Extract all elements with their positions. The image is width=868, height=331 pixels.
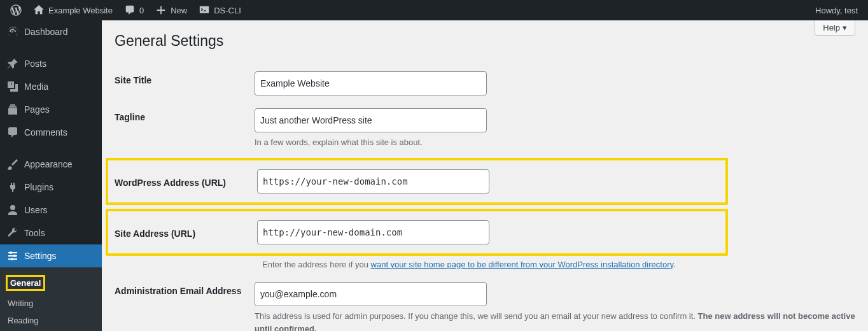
- posts-label: Posts: [24, 59, 46, 69]
- page-title: General Settings: [115, 27, 855, 62]
- sidebar-item-tools[interactable]: Tools: [0, 222, 102, 244]
- terminal-icon: [199, 4, 210, 16]
- media-label: Media: [24, 81, 48, 92]
- user-icon: [6, 204, 19, 216]
- dashboard-label: Dashboard: [24, 27, 68, 37]
- wp-logo-menu[interactable]: [5, 0, 27, 20]
- sliders-icon: [6, 250, 19, 262]
- new-label: New: [171, 6, 187, 15]
- dscli-label: DS-CLI: [214, 6, 241, 15]
- submenu-item-reading[interactable]: Reading: [0, 312, 102, 329]
- wordpress-logo-icon: [10, 4, 22, 16]
- brush-icon: [6, 158, 19, 171]
- reading-label: Reading: [8, 316, 38, 325]
- site-url-label: Site Address (URL): [115, 226, 257, 239]
- settings-submenu: General Writing Reading: [0, 267, 102, 331]
- pages-icon: [6, 103, 19, 116]
- sidebar-item-dashboard[interactable]: Dashboard: [0, 20, 102, 43]
- plug-icon: [6, 181, 19, 194]
- dropdown-arrow-icon: ▾: [843, 23, 847, 32]
- submenu-item-writing[interactable]: Writing: [0, 295, 102, 312]
- row-admin-email: Administration Email Address This addres…: [115, 271, 855, 331]
- site-url-help-link[interactable]: want your site home page to be different…: [371, 260, 673, 269]
- tagline-input[interactable]: [255, 108, 487, 132]
- sidebar-item-posts[interactable]: Posts: [0, 52, 102, 75]
- appearance-label: Appearance: [24, 159, 73, 169]
- sidebar-item-users[interactable]: Users: [0, 199, 102, 222]
- tagline-label: Tagline: [115, 108, 255, 122]
- home-icon: [33, 4, 45, 16]
- highlight-site-url: Site Address (URL): [106, 209, 728, 256]
- general-label: General: [6, 275, 45, 291]
- help-label: Help: [823, 23, 840, 32]
- site-title-label: Site Title: [115, 71, 255, 85]
- dscli-menu[interactable]: DS-CLI: [193, 0, 246, 20]
- sidebar-item-comments[interactable]: Comments: [0, 121, 102, 144]
- highlight-wp-url: WordPress Address (URL): [106, 158, 728, 205]
- svg-point-3: [11, 258, 13, 260]
- wp-url-input[interactable]: [257, 169, 489, 194]
- svg-rect-0: [200, 6, 209, 13]
- plus-icon: [155, 4, 167, 16]
- comment-icon: [124, 4, 136, 16]
- site-url-input[interactable]: [257, 220, 489, 244]
- pushpin-icon: [6, 57, 19, 70]
- site-name-menu[interactable]: Example Website: [28, 0, 118, 20]
- tagline-description: In a few words, explain what this site i…: [255, 136, 855, 149]
- submenu-item-general[interactable]: General: [0, 271, 102, 295]
- svg-point-1: [10, 251, 12, 254]
- comments-menu[interactable]: 0: [119, 0, 149, 20]
- admin-email-input[interactable]: [255, 282, 487, 306]
- users-label: Users: [24, 205, 48, 215]
- help-tab[interactable]: Help ▾: [815, 20, 855, 36]
- main-content: Help ▾ General Settings Site Title Tagli…: [102, 20, 868, 331]
- wp-url-label: WordPress Address (URL): [115, 175, 257, 188]
- site-title-input[interactable]: [255, 71, 487, 95]
- comments-count: 0: [139, 6, 144, 15]
- tools-label: Tools: [24, 228, 45, 238]
- site-url-description: Enter the address here if you want your …: [262, 258, 855, 271]
- dashboard-icon: [6, 25, 19, 38]
- sidebar-item-plugins[interactable]: Plugins: [0, 176, 102, 199]
- writing-label: Writing: [8, 299, 33, 308]
- sidebar-item-settings[interactable]: Settings: [0, 244, 102, 267]
- sidebar-item-media[interactable]: Media: [0, 75, 102, 98]
- settings-label: Settings: [24, 251, 57, 261]
- plugins-label: Plugins: [24, 182, 53, 192]
- site-name-label: Example Website: [48, 6, 113, 15]
- admin-email-description: This address is used for admin purposes.…: [255, 310, 855, 331]
- howdy-text: Howdy, test: [815, 6, 858, 15]
- new-content-menu[interactable]: New: [150, 0, 192, 20]
- media-icon: [6, 80, 19, 93]
- pages-label: Pages: [24, 104, 50, 115]
- comments-label: Comments: [24, 127, 67, 137]
- admin-email-label: Administration Email Address: [115, 282, 255, 296]
- comments-icon: [6, 126, 19, 139]
- svg-point-2: [13, 255, 16, 257]
- sidebar-item-pages[interactable]: Pages: [0, 98, 102, 121]
- account-menu[interactable]: Howdy, test: [810, 0, 863, 20]
- admin-toolbar: Example Website 0 New DS-CLI Howdy, test: [0, 0, 868, 20]
- admin-sidebar: Dashboard Posts Media Pages Comments App…: [0, 20, 102, 331]
- row-site-title: Site Title: [115, 62, 855, 104]
- wrench-icon: [6, 227, 19, 239]
- row-tagline: Tagline In a few words, explain what thi…: [115, 104, 855, 158]
- sidebar-item-appearance[interactable]: Appearance: [0, 153, 102, 176]
